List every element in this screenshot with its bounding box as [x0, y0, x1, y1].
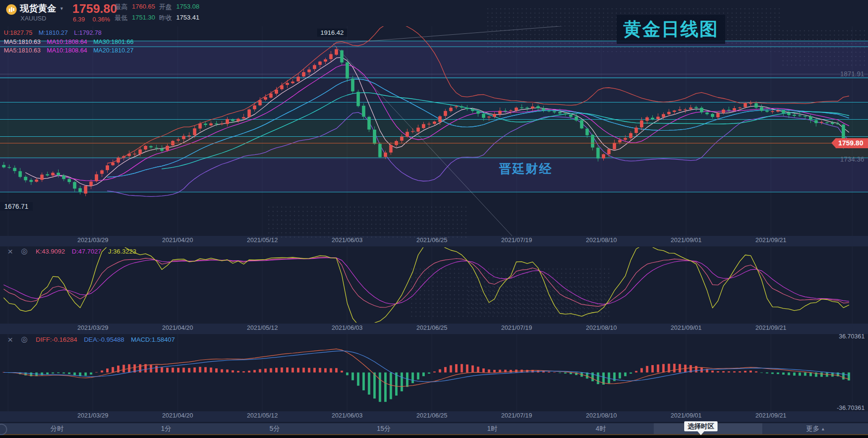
current-price-tag: 1759.80: [836, 138, 868, 148]
stat-item: 最低1751.30: [115, 14, 155, 22]
date-label: 2021/07/19: [483, 236, 550, 244]
symbol-code: XAUUSD: [20, 15, 46, 22]
legend-item: MA5:1810.63: [4, 47, 40, 54]
trading-app: 现货黄金 ▼ XAUUSD 1759.80 6.39 0.36% 最高1760.…: [0, 0, 868, 438]
date-label: 2021/06/25: [399, 324, 465, 331]
date-label: 2021/05/12: [229, 324, 296, 331]
toolbar-item[interactable]: 5分: [255, 425, 295, 433]
low-price-badge: 1676.71: [0, 202, 33, 211]
ma-legend-row2: MA5:1810.63MA10:1808.64MA30:1801.66: [4, 38, 134, 45]
macd-panel-header: × ◎ DIFF:-0.16284DEA:-0.95488MACD:1.5840…: [8, 335, 175, 344]
date-label: 2021/04/20: [144, 236, 211, 244]
change-percent: 0.36%: [92, 16, 110, 23]
date-label: 2021/04/20: [144, 324, 211, 331]
timezone-label: 选择时区: [688, 422, 714, 430]
stat-value: 1760.65: [132, 3, 155, 11]
date-label: 2021/08/10: [568, 412, 635, 419]
legend-item: MA10:1808.64: [47, 38, 87, 45]
macd-axis-top: 36.70361: [839, 333, 865, 340]
date-label: 2021/08/10: [568, 324, 635, 331]
kdj-legend: K:43.9092D:47.7027J:36.3223: [36, 248, 136, 255]
toolbar-item[interactable]: 1分: [146, 425, 186, 433]
stat-item: 最高1760.65: [115, 3, 155, 11]
price-change: 6.39 0.36%: [73, 16, 110, 23]
stat-label: 昨收: [159, 14, 172, 22]
date-label: 2021/06/03: [314, 324, 380, 331]
price-chart-canvas[interactable]: [0, 0, 868, 438]
date-label: 2021/03/29: [60, 412, 126, 419]
boll-legend: U:1827.75M:1810.27L:1792.78: [4, 29, 101, 36]
macd-legend-item: DIFF:-0.16284: [36, 336, 77, 343]
date-label: 2021/09/01: [653, 324, 719, 331]
date-label: 2021/09/21: [738, 412, 804, 419]
stat-value: 1753.41: [176, 14, 200, 22]
legend-item: MA30:1801.66: [93, 38, 134, 45]
macd-axis-bottom: -36.70361: [837, 404, 865, 411]
ma-legend-row3: MA5:1810.63MA10:1808.64MA20:1810.27: [4, 47, 134, 54]
toolbar-item[interactable]: 分时: [37, 425, 77, 433]
date-label: 2021/04/20: [144, 412, 211, 419]
gold-coin-icon: [6, 4, 17, 17]
peak-price-badge: 1916.42: [317, 29, 347, 37]
tooltip-pointer-icon: [698, 431, 704, 435]
legend-item: MA20:1810.27: [93, 47, 134, 54]
stat-value: 1753.08: [176, 3, 200, 11]
date-label: 2021/03/29: [60, 236, 126, 244]
chart-title: 黄金日线图: [617, 15, 725, 44]
kdj-legend-item: J:36.3223: [108, 248, 136, 255]
kdj-legend-item: K:43.9092: [36, 248, 65, 255]
change-value: 6.39: [73, 16, 85, 23]
price-gridline-label-lower: 1734.36: [840, 155, 864, 163]
symbol-name: 现货黄金: [20, 2, 56, 15]
legend-item: MA5:1810.63: [4, 38, 40, 45]
watermark: 晋廷财经: [499, 161, 552, 177]
date-label: 2021/05/12: [229, 412, 296, 419]
last-price: 1759.80: [72, 1, 117, 16]
timezone-selector[interactable]: 选择时区: [684, 421, 718, 431]
macd-close-icon[interactable]: ×: [8, 335, 13, 344]
kdj-legend-item: D:47.7027: [72, 248, 101, 255]
kdj-close-icon[interactable]: ×: [8, 247, 13, 256]
stat-item: 开盘1753.08: [159, 3, 200, 11]
toolbar-item[interactable]: 1时: [472, 425, 512, 433]
kdj-panel-header: × ◎ K:43.9092D:47.7027J:36.3223: [8, 246, 136, 256]
date-label: 2021/09/21: [738, 324, 804, 331]
macd-legend: DIFF:-0.16284DEA:-0.95488MACD:1.58407: [36, 336, 175, 343]
date-label: 2021/09/01: [653, 236, 719, 244]
date-label: 2021/09/21: [738, 236, 804, 244]
stat-label: 最低: [115, 14, 128, 22]
toolbar-item[interactable]: 4时: [581, 425, 621, 433]
price-tag-arrow: [831, 138, 836, 148]
legend-item: U:1827.75: [4, 29, 32, 36]
date-label: 2021/09/01: [653, 412, 719, 419]
date-label: 2021/07/19: [483, 324, 550, 331]
stat-label: 开盘: [159, 3, 172, 11]
stat-label: 最高: [115, 3, 128, 11]
date-label: 2021/06/03: [314, 412, 380, 419]
date-label: 2021/05/12: [229, 236, 296, 244]
stat-item: 昨收1753.41: [159, 14, 200, 22]
date-label: 2021/06/25: [399, 236, 465, 244]
triangle-up-icon: ▲: [821, 427, 825, 431]
date-label: 2021/07/19: [483, 412, 550, 419]
date-label: 2021/03/29: [60, 324, 126, 331]
macd-settings-icon[interactable]: ◎: [21, 336, 28, 343]
more-button[interactable]: 更多 ▲: [806, 425, 825, 433]
chevron-down-icon: ▼: [60, 6, 64, 11]
symbol-selector[interactable]: 现货黄金 ▼: [20, 2, 64, 15]
date-label: 2021/08/10: [568, 236, 635, 244]
legend-item: MA10:1808.64: [47, 47, 87, 54]
date-label: 2021/06/25: [399, 412, 465, 419]
price-gridline-label-upper: 1871.91: [840, 70, 864, 78]
toolbar-item[interactable]: 15分: [364, 425, 404, 433]
legend-item: L:1792.78: [74, 29, 101, 36]
price-tag-value: 1759.80: [838, 139, 863, 147]
more-label: 更多: [806, 425, 819, 433]
legend-item: M:1810.27: [39, 29, 68, 36]
date-label: 2021/06/03: [314, 236, 380, 244]
macd-legend-item: DEA:-0.95488: [84, 336, 124, 343]
kdj-settings-icon[interactable]: ◎: [21, 247, 28, 255]
macd-legend-item: MACD:1.58407: [131, 336, 175, 343]
stat-value: 1751.30: [132, 14, 155, 22]
